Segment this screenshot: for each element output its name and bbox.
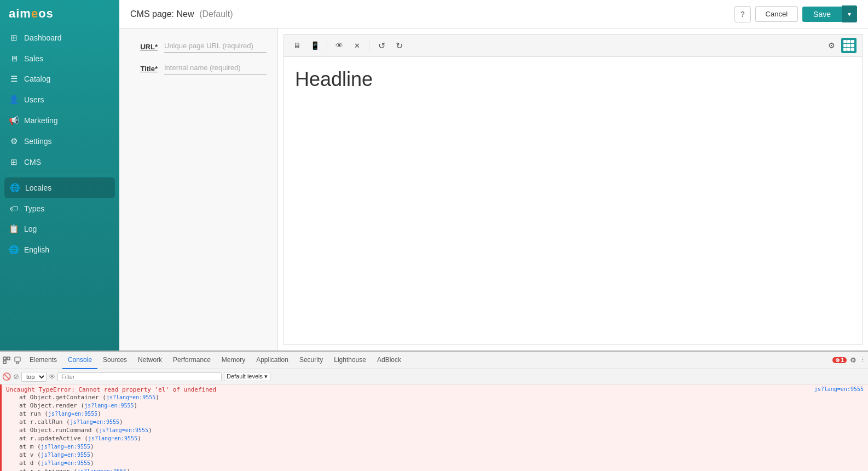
cancel-button[interactable]: Cancel bbox=[755, 6, 798, 22]
console-toolbar: 🚫 ⊘ top 👁 Default levels ▾ bbox=[0, 369, 868, 384]
tab-console[interactable]: Console bbox=[62, 352, 97, 369]
save-dropdown-button[interactable]: ▾ bbox=[842, 5, 857, 22]
stack-line-6: at r.updateActive (js?lang=en:9555) bbox=[6, 434, 864, 443]
redo-icon: ↻ bbox=[396, 41, 403, 51]
stack-link-8[interactable]: js?lang=en:9555 bbox=[41, 452, 90, 458]
locales-icon: 🌐 bbox=[10, 183, 20, 193]
sidebar-item-label: Marketing bbox=[24, 116, 57, 125]
console-filter-input[interactable] bbox=[57, 372, 222, 381]
error-link[interactable]: js?lang=en:9555 bbox=[814, 386, 864, 393]
undo-icon: ↺ bbox=[378, 41, 385, 51]
title-input[interactable] bbox=[164, 61, 267, 74]
devtools-tabs: Elements Console Sources Network Perform… bbox=[0, 352, 868, 369]
sidebar-item-label: Types bbox=[24, 204, 44, 213]
stack-link-10[interactable]: js?lang=en:9555 bbox=[77, 468, 126, 471]
editor-right-panel: 🖥 📱 👁 ✕ ↺ bbox=[278, 28, 868, 351]
url-field: URL* bbox=[130, 39, 267, 53]
main-content: CMS page: New (Default) ? Cancel Save ▾ bbox=[119, 0, 868, 351]
console-clear-button[interactable]: 🚫 bbox=[2, 372, 11, 381]
svg-rect-1 bbox=[7, 357, 10, 360]
grid-view-button[interactable] bbox=[841, 38, 857, 53]
preview-button[interactable]: 👁 bbox=[332, 38, 347, 53]
devtools-dots-button[interactable]: ⋮ bbox=[860, 357, 866, 364]
mobile-view-button[interactable]: 📱 bbox=[307, 38, 322, 53]
desktop-view-button[interactable]: 🖥 bbox=[290, 38, 305, 53]
help-button[interactable]: ? bbox=[734, 6, 751, 22]
stack-link-5[interactable]: js?lang=en:9555 bbox=[99, 427, 148, 433]
expand-icon: ✕ bbox=[354, 42, 360, 50]
toolbar-separator bbox=[327, 40, 327, 51]
sidebar-item-english[interactable]: 🌐 English bbox=[0, 239, 119, 260]
tab-memory[interactable]: Memory bbox=[216, 352, 251, 369]
sidebar-item-log[interactable]: 📋 Log bbox=[0, 219, 119, 239]
console-error-main: Uncaught TypeError: Cannot read property… bbox=[6, 386, 864, 393]
sidebar-item-label: Locales bbox=[25, 183, 51, 192]
tab-lighthouse[interactable]: Lighthouse bbox=[328, 352, 372, 369]
expand-button[interactable]: ✕ bbox=[349, 38, 364, 53]
sales-icon: 🖥 bbox=[9, 54, 19, 63]
sidebar-item-types[interactable]: 🏷 Types bbox=[0, 198, 119, 219]
stack-link-4[interactable]: js?lang=en:9555 bbox=[70, 419, 119, 425]
console-output: Uncaught TypeError: Cannot read property… bbox=[0, 384, 868, 471]
stack-link-2[interactable]: js?lang=en:9555 bbox=[84, 403, 134, 409]
tab-adblock[interactable]: AdBlock bbox=[372, 352, 407, 369]
tab-performance[interactable]: Performance bbox=[167, 352, 216, 369]
console-filter-toggle[interactable]: ⊘ bbox=[13, 372, 19, 381]
page-title: CMS page: New (Default) bbox=[130, 9, 233, 19]
users-icon: 👤 bbox=[9, 95, 19, 105]
stack-link-3[interactable]: js?lang=en:9555 bbox=[48, 411, 97, 417]
sidebar-item-marketing[interactable]: 📢 Marketing bbox=[0, 110, 119, 131]
sidebar-item-cms[interactable]: ⊞ CMS bbox=[0, 152, 119, 173]
devtools-panel: Elements Console Sources Network Perform… bbox=[0, 351, 868, 471]
stack-link-9[interactable]: js?lang=en:9555 bbox=[41, 460, 90, 466]
svg-rect-4 bbox=[16, 362, 19, 364]
editor-toolbar: 🖥 📱 👁 ✕ ↺ bbox=[284, 35, 862, 57]
tab-application[interactable]: Application bbox=[251, 352, 294, 369]
sidebar-item-sales[interactable]: 🖥 Sales bbox=[0, 48, 119, 68]
devtools-inspect-icon[interactable] bbox=[2, 356, 11, 365]
stack-line-9: at d (js?lang=en:9555) bbox=[6, 459, 864, 467]
sidebar-item-label: Catalog bbox=[24, 74, 50, 83]
grid-icon bbox=[843, 40, 854, 51]
stack-link-6[interactable]: js?lang=en:9555 bbox=[88, 435, 137, 441]
tab-sources[interactable]: Sources bbox=[97, 352, 132, 369]
tab-security[interactable]: Security bbox=[294, 352, 328, 369]
sidebar-item-label: Log bbox=[24, 225, 37, 233]
dashboard-icon: ⊞ bbox=[9, 33, 19, 43]
devtools-device-icon[interactable] bbox=[13, 356, 22, 365]
tab-elements[interactable]: Elements bbox=[24, 352, 62, 369]
content-area: URL* Title* 🖥 bbox=[119, 28, 868, 351]
top-bar-actions: ? Cancel Save ▾ bbox=[734, 5, 857, 22]
sidebar-item-users[interactable]: 👤 Users bbox=[0, 89, 119, 110]
logo-text: aimeos bbox=[9, 7, 54, 21]
stack-line-4: at r.callRun (js?lang=en:9555) bbox=[6, 418, 864, 426]
console-eye-button[interactable]: 👁 bbox=[49, 373, 55, 381]
sidebar-item-label: Settings bbox=[24, 137, 52, 146]
save-button[interactable]: Save bbox=[802, 7, 842, 22]
editor-left-panel: URL* Title* bbox=[119, 28, 278, 351]
console-context-select[interactable]: top bbox=[21, 372, 47, 382]
error-badge: ⊗ 1 bbox=[832, 357, 847, 363]
form-section: URL* Title* bbox=[119, 28, 277, 94]
sidebar-item-locales[interactable]: 🌐 Locales bbox=[4, 177, 115, 198]
stack-link-1[interactable]: js?lang=en:9555 bbox=[106, 394, 155, 400]
sidebar-item-label: English bbox=[24, 245, 49, 254]
chevron-down-icon: ▾ bbox=[848, 10, 851, 18]
devtools-settings-button[interactable]: ⚙ bbox=[850, 356, 857, 364]
sidebar-item-settings[interactable]: ⚙ Settings bbox=[0, 131, 119, 152]
sidebar-item-catalog[interactable]: ☰ Catalog bbox=[0, 68, 119, 89]
stack-line-2: at Object.render (js?lang=en:9555) bbox=[6, 401, 864, 410]
url-input[interactable] bbox=[164, 39, 267, 53]
log-icon: 📋 bbox=[9, 224, 19, 234]
catalog-icon: ☰ bbox=[9, 74, 19, 84]
console-levels-button[interactable]: Default levels ▾ bbox=[224, 372, 270, 381]
sidebar-item-dashboard[interactable]: ⊞ Dashboard bbox=[0, 27, 119, 48]
stack-line-8: at v (js?lang=en:9555) bbox=[6, 451, 864, 459]
editor-settings-button[interactable]: ⚙ bbox=[824, 38, 839, 53]
stack-line-3: at run (js?lang=en:9555) bbox=[6, 410, 864, 418]
stack-link-7[interactable]: js?lang=en:9555 bbox=[41, 444, 90, 450]
undo-button[interactable]: ↺ bbox=[374, 38, 389, 53]
tab-network[interactable]: Network bbox=[132, 352, 167, 369]
redo-button[interactable]: ↻ bbox=[391, 38, 407, 53]
devtools-tab-right: ⊗ 1 ⚙ ⋮ bbox=[832, 356, 866, 364]
